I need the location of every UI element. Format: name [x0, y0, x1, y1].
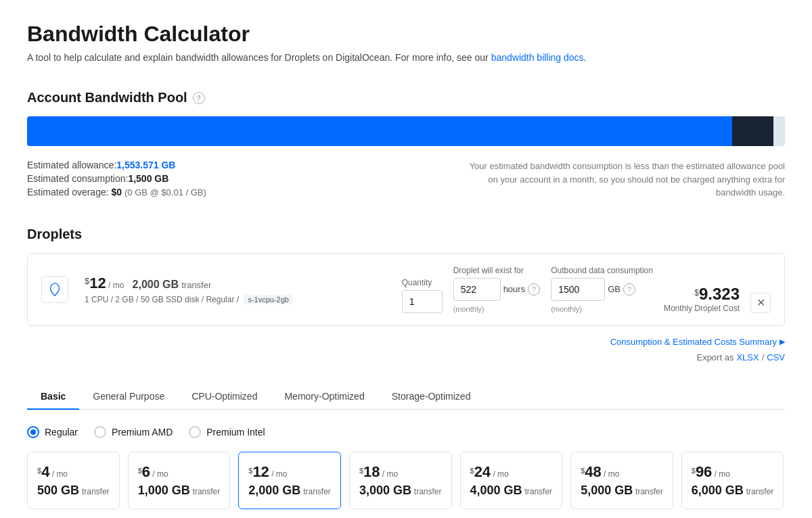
bandwidth-docs-link[interactable]: bandwidth billing docs: [491, 52, 584, 63]
pricing-card-4[interactable]: $4 / mo 500 GB transfer: [27, 452, 120, 509]
quantity-input[interactable]: [402, 290, 443, 313]
bandwidth-info-text: Your estimated bandwidth consumption is …: [460, 160, 785, 199]
droplet-fields: Quantity Droplet will exist for hours ? …: [402, 266, 771, 313]
tab-cpu-optimized[interactable]: CPU-Optimized: [178, 384, 271, 410]
outbound-label: Outbound data consumption: [551, 266, 653, 275]
outbound-help-icon[interactable]: ?: [623, 283, 635, 296]
consumption-row: Estimated consumption:1,500 GB: [27, 173, 206, 184]
droplets-title: Droplets: [27, 227, 785, 242]
droplet-type-tabs: Basic General Purpose CPU-Optimized Memo…: [27, 384, 785, 410]
radio-regular-circle: [27, 426, 39, 438]
pricing-cards: $4 / mo 500 GB transfer $6 / mo 1,000 GB…: [27, 452, 785, 509]
pricing-card-24[interactable]: $24 / mo 4,000 GB transfer: [460, 452, 563, 509]
bandwidth-bar-dark: [732, 116, 774, 146]
pricing-card-48[interactable]: $48 / mo 5,000 GB transfer: [570, 452, 673, 509]
hours-input[interactable]: [453, 278, 501, 301]
bandwidth-stats-left: Estimated allowance:1,553.571 GB Estimat…: [27, 160, 206, 197]
outbound-monthly-label: (monthly): [551, 305, 653, 313]
page-title: Bandwidth Calculator: [27, 22, 785, 47]
bandwidth-bar-used: [27, 116, 732, 146]
outbound-unit: GB: [608, 284, 621, 294]
chevron-right-icon: ▶: [780, 337, 785, 346]
radio-premium-amd[interactable]: Premium AMD: [94, 426, 173, 438]
tab-storage-optimized[interactable]: Storage-Optimized: [378, 384, 484, 410]
cost-label: Monthly Droplet Cost: [664, 304, 740, 313]
quantity-field-group: Quantity: [402, 278, 443, 313]
hours-unit: hours: [503, 284, 526, 294]
tab-basic[interactable]: Basic: [27, 384, 79, 410]
export-links: Export as XLSX / CSV: [27, 352, 785, 362]
allowance-row: Estimated allowance:1,553.571 GB: [27, 160, 206, 170]
export-xlsx-link[interactable]: XLSX: [736, 352, 759, 362]
bandwidth-pool-section: Account Bandwidth Pool ? Estimated allow…: [27, 90, 785, 199]
bandwidth-pool-title: Account Bandwidth Pool ?: [27, 90, 785, 105]
page-subtitle: A tool to help calculate and explain ban…: [27, 52, 785, 63]
radio-premium-amd-circle: [94, 426, 106, 438]
droplet-specs: 1 CPU / 2 GB / 50 GB SSD disk / Regular …: [85, 295, 293, 304]
pricing-card-96[interactable]: $96 / mo 6,000 GB transfer: [681, 452, 784, 509]
plan-radio-group: Regular Premium AMD Premium Intel: [27, 426, 785, 438]
droplet-info: $12 / mo 2,000 GB transfer 1 CPU / 2 GB …: [85, 275, 293, 304]
remove-droplet-button[interactable]: ✕: [750, 293, 771, 313]
droplet-price: $12 / mo 2,000 GB transfer: [85, 275, 293, 292]
radio-premium-intel[interactable]: Premium Intel: [189, 426, 265, 438]
tab-general-purpose[interactable]: General Purpose: [79, 384, 178, 410]
droplet-cost: $9.323 Monthly Droplet Cost: [664, 285, 740, 313]
quantity-label: Quantity: [402, 278, 443, 287]
bandwidth-pool-help-icon[interactable]: ?: [193, 92, 205, 104]
droplet-card: $12 / mo 2,000 GB transfer 1 CPU / 2 GB …: [27, 253, 785, 326]
bandwidth-bar: [27, 116, 785, 146]
pricing-card-6[interactable]: $6 / mo 1,000 GB transfer: [128, 452, 231, 509]
droplets-section: Droplets $12 / mo 2,000 GB transfer 1 CP…: [27, 227, 785, 362]
pricing-card-18[interactable]: $18 / mo 3,000 GB transfer: [349, 452, 452, 509]
outbound-field-group: Outbound data consumption GB ? (monthly): [551, 266, 653, 313]
pricing-card-12[interactable]: $12 / mo 2,000 GB transfer: [238, 452, 341, 509]
hours-input-wrap: hours ?: [453, 278, 541, 301]
summary-link[interactable]: Consumption & Estimated Costs Summary ▶: [27, 337, 785, 347]
overage-row: Estimated overage: $0 (0 GB @ $0.01 / GB…: [27, 187, 206, 197]
radio-regular[interactable]: Regular: [27, 426, 78, 438]
bandwidth-stats: Estimated allowance:1,553.571 GB Estimat…: [27, 160, 785, 199]
tab-memory-optimized[interactable]: Memory-Optimized: [271, 384, 378, 410]
hours-help-icon[interactable]: ?: [528, 283, 540, 296]
hours-monthly-label: (monthly): [453, 305, 541, 313]
hours-field-group: Droplet will exist for hours ? (monthly): [453, 266, 541, 313]
radio-premium-intel-circle: [189, 426, 201, 438]
bandwidth-bar-light: [773, 116, 785, 146]
droplet-icon: [41, 276, 68, 303]
export-csv-link[interactable]: CSV: [767, 352, 785, 362]
outbound-input[interactable]: [551, 278, 605, 301]
hours-label: Droplet will exist for: [453, 266, 541, 275]
outbound-input-wrap: GB ?: [551, 278, 653, 301]
